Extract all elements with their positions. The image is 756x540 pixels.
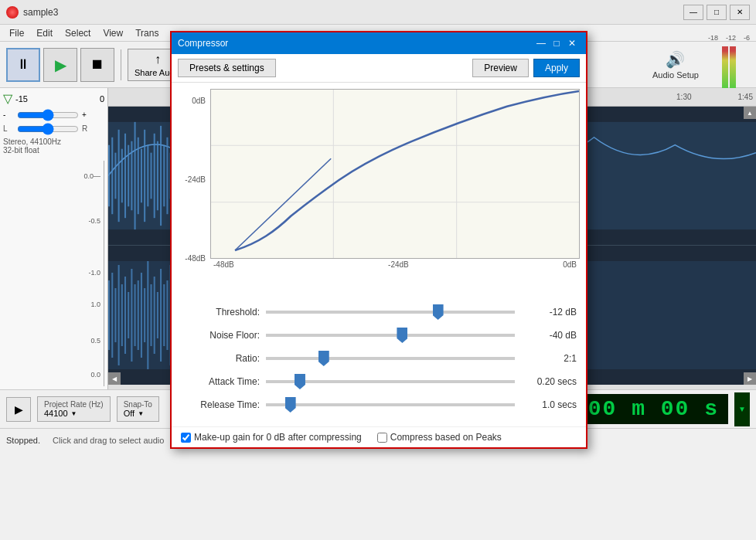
dropdown-icon[interactable]: ▼ bbox=[71, 410, 77, 417]
noise-floor-slider[interactable] bbox=[266, 334, 515, 337]
share-icon: ↑ bbox=[155, 53, 161, 66]
track-label-panel: ▽ -15 0 - + L R Stereo, 44100Hz bbox=[0, 88, 108, 389]
vu-bar-r bbox=[730, 46, 736, 93]
noise-floor-row: Noise Floor: -40 dB bbox=[181, 328, 577, 343]
vu-bar-l bbox=[722, 46, 728, 93]
volume-value: -15 bbox=[15, 94, 28, 104]
svg-rect-46 bbox=[108, 280, 110, 350]
minus-icon: - bbox=[3, 110, 14, 119]
ruler-00: 0.0 bbox=[90, 371, 100, 379]
gain-slider-1[interactable] bbox=[17, 111, 79, 119]
audio-setup-button[interactable]: 🔊 Audio Setup bbox=[649, 47, 702, 83]
play-bottom-button[interactable]: ▶ bbox=[6, 397, 31, 422]
timeline-mark-145: 1:45 bbox=[738, 93, 753, 101]
scroll-up-button[interactable]: ▲ bbox=[744, 107, 756, 119]
svg-rect-4 bbox=[118, 130, 120, 222]
svg-rect-58 bbox=[147, 261, 148, 369]
scroll-left-button[interactable]: ◀ bbox=[108, 372, 121, 385]
compress-peaks-checkbox-label[interactable]: Compress based on Peaks bbox=[377, 432, 502, 443]
apply-button[interactable]: Apply bbox=[533, 59, 580, 77]
time-display: 00 m 00 s bbox=[579, 394, 728, 424]
menu-view[interactable]: View bbox=[97, 26, 129, 40]
status-text: Stopped. bbox=[6, 436, 40, 445]
dialog-title: Compressor bbox=[178, 38, 533, 49]
svg-rect-53 bbox=[131, 269, 132, 362]
lr-slider[interactable] bbox=[17, 125, 79, 133]
close-button[interactable]: ✕ bbox=[730, 5, 750, 20]
lr-slider-row: L R bbox=[3, 124, 104, 133]
svg-rect-56 bbox=[141, 273, 142, 358]
volume-pan-row: ▽ -15 0 bbox=[3, 91, 104, 106]
preview-button[interactable]: Preview bbox=[472, 59, 529, 77]
svg-line-94 bbox=[235, 158, 331, 250]
dialog-minimize-button[interactable]: — bbox=[533, 36, 549, 51]
pause-button[interactable]: ⏸ bbox=[6, 48, 40, 82]
app-icon bbox=[6, 6, 19, 19]
ratio-value: 2:1 bbox=[515, 353, 577, 364]
scroll-left-icon: ◀ bbox=[112, 375, 117, 382]
db-label-6: -6 bbox=[744, 34, 750, 42]
snap-dropdown-icon[interactable]: ▼ bbox=[138, 410, 144, 417]
menu-file[interactable]: File bbox=[3, 26, 30, 40]
attack-time-slider-wrap bbox=[266, 374, 515, 389]
menu-select[interactable]: Select bbox=[59, 26, 97, 40]
noise-floor-label: Noise Floor: bbox=[181, 330, 266, 341]
compress-peaks-label: Compress based on Peaks bbox=[390, 432, 502, 443]
ruler-05pos: 0.5 bbox=[90, 337, 100, 345]
y-axis-labels: 0dB -24dB -48dB bbox=[178, 89, 207, 270]
time-value: 00 m 00 s bbox=[588, 397, 719, 421]
y-label-24db: -24dB bbox=[179, 175, 206, 184]
svg-rect-61 bbox=[157, 292, 158, 338]
checkbox-row: Make-up gain for 0 dB after compressing … bbox=[172, 426, 586, 447]
svg-rect-51 bbox=[124, 277, 126, 354]
scroll-right-button[interactable]: ▶ bbox=[744, 372, 756, 385]
makeup-gain-checkbox-label[interactable]: Make-up gain for 0 dB after compressing bbox=[181, 432, 362, 443]
l-label: L bbox=[3, 124, 14, 133]
attack-time-slider[interactable] bbox=[266, 380, 515, 383]
project-rate-box: Project Rate (Hz) 44100 ▼ bbox=[37, 396, 111, 422]
compressor-chart: 0dB -24dB -48dB - bbox=[178, 89, 580, 270]
dialog-close-button[interactable]: ✕ bbox=[564, 36, 580, 51]
dialog-maximize-button[interactable]: □ bbox=[549, 36, 564, 51]
svg-rect-6 bbox=[124, 134, 126, 218]
release-time-value: 1.0 secs bbox=[515, 399, 577, 410]
threshold-slider-wrap bbox=[266, 304, 515, 320]
plus-icon: + bbox=[82, 110, 93, 119]
minimize-button[interactable]: — bbox=[683, 5, 703, 20]
maximize-button[interactable]: □ bbox=[707, 5, 727, 20]
play-button[interactable]: ▶ bbox=[43, 48, 77, 82]
svg-rect-12 bbox=[144, 130, 145, 222]
ratio-row: Ratio: 2:1 bbox=[181, 351, 577, 366]
svg-rect-62 bbox=[160, 269, 162, 362]
x-label-24db: -24dB bbox=[388, 260, 409, 269]
svg-rect-16 bbox=[157, 141, 158, 211]
svg-rect-9 bbox=[135, 122, 136, 229]
chart-inner bbox=[210, 89, 580, 259]
threshold-slider[interactable] bbox=[266, 311, 515, 314]
menu-edit[interactable]: Edit bbox=[30, 26, 59, 40]
svg-rect-17 bbox=[160, 126, 162, 226]
svg-rect-8 bbox=[131, 141, 132, 211]
vu-meter bbox=[722, 46, 736, 93]
release-time-slider-wrap bbox=[266, 397, 515, 413]
menu-trans[interactable]: Trans bbox=[129, 26, 165, 40]
svg-rect-1 bbox=[108, 145, 110, 207]
compress-peaks-checkbox[interactable] bbox=[377, 433, 387, 443]
threshold-label: Threshold: bbox=[181, 307, 266, 318]
attack-time-value: 0.20 secs bbox=[515, 376, 577, 387]
presets-settings-button[interactable]: Presets & settings bbox=[178, 59, 276, 77]
time-dropdown-button[interactable]: ▼ bbox=[734, 392, 750, 426]
svg-rect-49 bbox=[118, 265, 120, 365]
project-rate-label: Project Rate (Hz) bbox=[44, 400, 104, 409]
makeup-gain-checkbox[interactable] bbox=[181, 433, 191, 443]
makeup-gain-label: Make-up gain for 0 dB after compressing bbox=[194, 432, 362, 443]
stop-button[interactable]: ⏹ bbox=[80, 48, 114, 82]
db-label-12: -12 bbox=[726, 34, 736, 42]
release-time-slider[interactable] bbox=[266, 403, 515, 406]
svg-rect-64 bbox=[166, 280, 168, 350]
ratio-slider[interactable] bbox=[266, 357, 515, 360]
audio-setup-label: Audio Setup bbox=[652, 70, 699, 80]
svg-rect-59 bbox=[150, 284, 152, 346]
gain-ruler: 0.0— -0.5 -1.0 1.0 0.5 0.0 bbox=[3, 161, 104, 386]
y-label-0db: 0dB bbox=[179, 97, 206, 105]
